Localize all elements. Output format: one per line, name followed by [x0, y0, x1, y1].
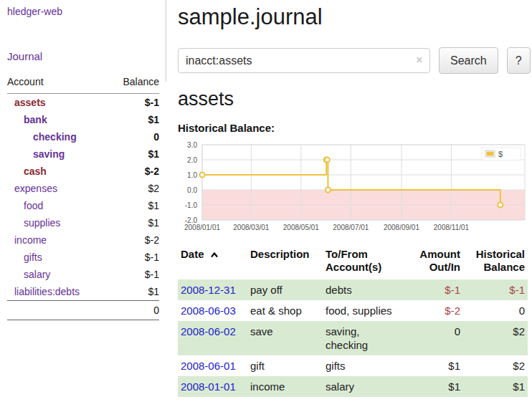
svg-text:0.0: 0.0 — [187, 186, 197, 194]
transaction-balance: $-1 — [463, 279, 528, 300]
register-header-date-label: Date — [181, 248, 204, 260]
clear-search-icon[interactable]: × — [416, 53, 423, 67]
register-header-accounts: To/From Account(s) — [323, 246, 406, 279]
transaction-date-link[interactable]: 2008-06-01 — [181, 360, 236, 372]
transaction-amount: 0 — [406, 321, 463, 355]
register-header-amount: Amount Out/In — [406, 246, 463, 279]
sidebar-divider — [166, 0, 166, 82]
svg-text:2008/01/01: 2008/01/01 — [184, 224, 220, 231]
chart-title: Historical Balance: — [178, 122, 531, 134]
app-brand-link[interactable]: hledger-web — [7, 6, 159, 17]
svg-text:2008/05/01: 2008/05/01 — [283, 224, 319, 231]
transaction-description: gift — [247, 355, 323, 376]
main-content: sample.journal × Search ? assets Histori… — [166, 0, 532, 397]
register-header-balance: Historical Balance — [463, 246, 528, 279]
account-balance: $1 — [108, 214, 159, 231]
svg-text:1.0: 1.0 — [187, 171, 197, 179]
account-heading: assets — [178, 88, 531, 110]
sidebar: hledger-web Journal Account Balance asse… — [0, 0, 166, 397]
account-row: saving$1 — [7, 145, 159, 163]
transaction-date-link[interactable]: 2008-01-01 — [181, 380, 236, 393]
page-title: sample.journal — [178, 4, 531, 30]
register-row: 2008-01-01incomesalary$1$1 — [178, 376, 528, 397]
transaction-date-cell: 2008-06-03 — [178, 300, 247, 321]
account-row: checking0 — [7, 128, 159, 145]
account-row: supplies$1 — [7, 214, 159, 231]
transaction-date-link[interactable]: 2008-12-31 — [181, 284, 236, 296]
account-balance: $-2 — [108, 163, 159, 180]
transaction-description: eat & shop — [247, 300, 323, 321]
register-row: 2008-06-01giftgifts$1$2 — [178, 355, 528, 376]
svg-text:-2.0: -2.0 — [185, 216, 198, 224]
search-bar: × Search ? — [178, 47, 531, 74]
account-row: cash$-2 — [7, 163, 159, 180]
account-row: liabilities:debts$1 — [7, 283, 159, 301]
transaction-balance: $2 — [463, 321, 528, 355]
account-link[interactable]: saving — [33, 148, 65, 160]
account-row: income$-2 — [7, 231, 159, 249]
transaction-accounts: debts — [323, 279, 406, 300]
account-link[interactable]: supplies — [24, 217, 60, 229]
account-balance: $-1 — [108, 94, 159, 112]
chart-container: 3.02.01.00.0-1.0-2.02008/01/012008/03/01… — [178, 139, 531, 238]
account-link[interactable]: salary — [24, 269, 50, 280]
register-header-date[interactable]: Date — [178, 246, 247, 279]
account-balance: 0 — [108, 128, 159, 145]
account-link[interactable]: expenses — [14, 183, 57, 194]
account-link[interactable]: liabilities:debts — [14, 286, 80, 297]
transaction-accounts: food, supplies — [323, 300, 406, 321]
svg-text:2.0: 2.0 — [187, 156, 197, 164]
account-balance: $-1 — [108, 266, 159, 283]
register-header-row: Date Description To/From Account(s) Amou… — [178, 246, 528, 279]
account-row: expenses$2 — [7, 180, 159, 197]
transaction-amount: $1 — [406, 376, 463, 397]
accounts-total-value: 0 — [108, 301, 159, 320]
account-link[interactable]: gifts — [24, 251, 42, 263]
transaction-description: save — [247, 321, 323, 355]
transaction-amount: $1 — [406, 355, 463, 376]
account-balance: $1 — [108, 197, 159, 214]
help-button[interactable]: ? — [507, 47, 531, 74]
register-row: 2008-12-31pay offdebts$-1$-1 — [178, 279, 528, 300]
svg-text:2008/07/01: 2008/07/01 — [333, 224, 369, 231]
account-link[interactable]: food — [24, 200, 43, 211]
nav-journal-link[interactable]: Journal — [7, 50, 159, 62]
transaction-date-link[interactable]: 2008-06-02 — [181, 325, 236, 337]
transaction-accounts: salary — [323, 376, 406, 397]
account-link[interactable]: assets — [14, 97, 46, 108]
svg-text:2008/09/01: 2008/09/01 — [384, 224, 419, 231]
sort-ascending-icon[interactable] — [210, 251, 219, 258]
svg-text:-1.0: -1.0 — [185, 201, 198, 209]
register-header-description: Description — [247, 246, 323, 279]
transaction-amount: $-1 — [406, 279, 463, 300]
account-row: gifts$-1 — [7, 249, 159, 266]
account-link[interactable]: cash — [24, 166, 47, 177]
register-table: Date Description To/From Account(s) Amou… — [178, 246, 528, 397]
historical-balance-chart: 3.02.01.00.0-1.0-2.02008/01/012008/03/01… — [178, 139, 529, 238]
account-balance: $-2 — [108, 231, 159, 249]
accounts-header-balance: Balance — [108, 72, 159, 94]
svg-text:2008/03/01: 2008/03/01 — [233, 224, 269, 231]
transaction-date-cell: 2008-06-02 — [178, 321, 247, 355]
account-balance: $1 — [108, 283, 159, 301]
transaction-balance: $1 — [463, 376, 528, 397]
transaction-balance: 0 — [463, 300, 528, 321]
account-link[interactable]: bank — [24, 114, 47, 125]
svg-text:2008/11/01: 2008/11/01 — [434, 224, 470, 231]
register-row: 2008-06-03eat & shopfood, supplies$-20 — [178, 300, 528, 321]
account-balance: $-1 — [108, 249, 159, 266]
svg-text:3.0: 3.0 — [187, 141, 197, 149]
chart-legend-label: $ — [498, 150, 503, 158]
search-input[interactable] — [178, 48, 430, 73]
account-link[interactable]: checking — [33, 131, 77, 143]
account-balance: $1 — [108, 111, 159, 128]
transaction-balance: $2 — [463, 355, 528, 376]
accounts-total-row: 0 — [7, 301, 159, 320]
account-link[interactable]: income — [14, 234, 47, 246]
accounts-header-account: Account — [7, 72, 108, 94]
transaction-date-cell: 2008-01-01 — [178, 376, 247, 397]
transaction-date-link[interactable]: 2008-06-03 — [181, 305, 236, 317]
account-row: food$1 — [7, 197, 159, 214]
search-button[interactable]: Search — [439, 47, 498, 74]
accounts-table: Account Balance assets$-1bank$1checking0… — [7, 72, 159, 320]
